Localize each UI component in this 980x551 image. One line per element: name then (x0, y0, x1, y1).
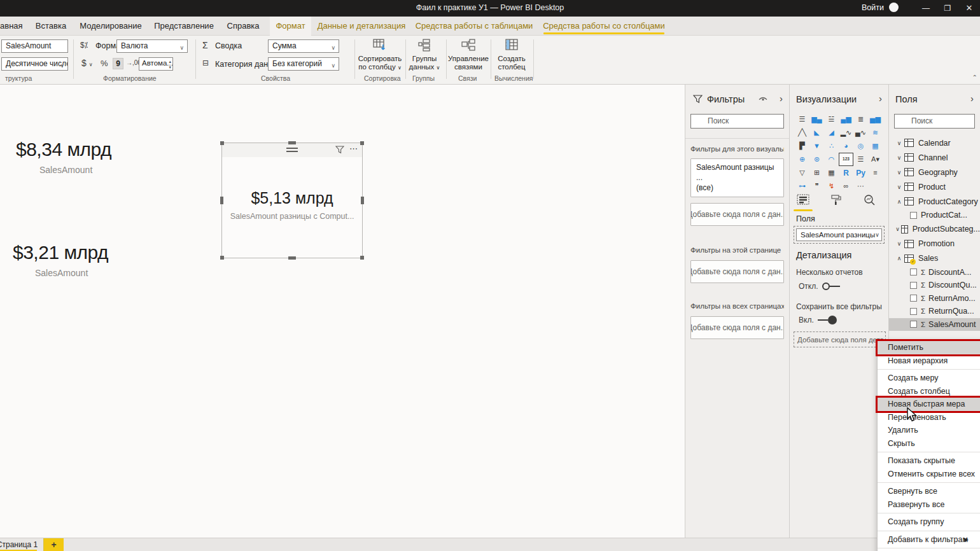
treemap-icon[interactable]: ▦ (868, 139, 883, 153)
multi-row-card-icon[interactable]: ☰ (853, 153, 868, 166)
expand-icon[interactable]: ∨ (894, 140, 904, 146)
field-checkbox[interactable] (910, 212, 917, 219)
thousands-separator-button[interactable]: 9 (113, 58, 123, 69)
menu-item-создать-меру[interactable]: Создать меру (878, 372, 980, 385)
drillthrough-drop-area[interactable]: Добавьте сюда поля дета (794, 331, 886, 347)
stacked-bar-chart-icon[interactable]: ☰ (795, 113, 809, 126)
filter-drop-area[interactable]: Добавьте сюда поля с дан... (690, 203, 784, 226)
resize-handle[interactable] (361, 197, 364, 204)
expand-icon[interactable]: ∨ (894, 155, 904, 161)
expand-icon[interactable]: ∨ (894, 169, 904, 176)
fields-search-input[interactable]: Поиск (894, 114, 975, 129)
waterfall-chart-icon[interactable]: ▛ (795, 139, 809, 153)
close-button[interactable]: ✕ (958, 0, 980, 17)
stacked-area-chart-icon[interactable]: ◢ (824, 126, 839, 139)
field-item-calendar[interactable]: ∨Calendar (889, 136, 980, 150)
visual-more-options[interactable]: ⋯ (349, 144, 358, 153)
table-icon[interactable]: ⊞ (809, 166, 824, 179)
expand-icon[interactable]: ∨ (894, 241, 904, 247)
ribbon-tab-9[interactable]: Средства работы со столбцами (540, 17, 668, 36)
filters-search-input[interactable]: Поиск (690, 114, 784, 129)
ribbon-chart-icon[interactable]: ≋ (868, 126, 883, 139)
qa-visual-icon[interactable]: ❞ (809, 179, 824, 193)
filter-card[interactable]: SalesAmount разницы ...(все) (690, 158, 784, 197)
menu-item-создать-столбец[interactable]: Создать столбец (878, 385, 980, 398)
stacked-column-chart-icon[interactable]: ▆▄ (809, 113, 824, 126)
menu-item-показать-скрытые[interactable]: Показать скрытые (878, 454, 980, 468)
field-item-discounta[interactable]: ΣDiscountA... (889, 266, 980, 279)
field-checkbox[interactable] (910, 282, 917, 289)
python-visual-icon[interactable]: Py (853, 166, 868, 179)
ribbon-tab-1[interactable]: авная (0, 17, 19, 36)
ribbon-tab-4[interactable]: Представление (153, 17, 215, 36)
field-checkbox[interactable] (910, 308, 917, 315)
r-script-visual-icon[interactable]: R (839, 166, 853, 179)
collapse-icon[interactable]: ∧ (894, 255, 904, 262)
ribbon-tab-7[interactable]: Данные и детализация (317, 17, 406, 36)
menu-item-удалить[interactable]: Удалить (878, 424, 980, 437)
filled-map-icon[interactable]: ⊛ (809, 153, 824, 166)
menu-item-отменить-скрытие-всех[interactable]: Отменить скрытие всех (878, 468, 980, 481)
menu-item-пометить[interactable]: Пометить (878, 341, 980, 354)
more-visuals-icon[interactable]: ⋯ (853, 179, 868, 193)
ribbon-tab-8[interactable]: Средства работы с таблицами (415, 17, 533, 36)
line-chart-icon[interactable]: ╱╲ (795, 126, 809, 139)
area-chart-icon[interactable]: ◣ (809, 126, 824, 139)
menu-item-развернуть-все[interactable]: Развернуть все (878, 498, 980, 512)
expand-icon[interactable]: ∨ (894, 184, 904, 190)
100-stacked-column-chart-icon[interactable]: ▅▆ (868, 113, 883, 126)
clustered-column-chart-icon[interactable]: ▄▆ (839, 113, 853, 126)
section-more-icon[interactable]: ⋯ (783, 246, 784, 255)
funnel-chart-icon[interactable]: ▼ (809, 139, 824, 153)
slicer-icon[interactable]: ▽ (795, 166, 809, 179)
resize-handle[interactable] (288, 256, 296, 260)
tab-fields[interactable] (795, 194, 811, 211)
report-canvas[interactable]: $8,34 млрд SalesAmount $3,21 млрд SalesA… (0, 85, 685, 538)
manage-relationships-button[interactable]: Управление связями (444, 38, 493, 71)
minimize-button[interactable]: — (915, 0, 937, 17)
resize-handle[interactable] (220, 197, 223, 204)
eye-icon[interactable] (759, 97, 767, 102)
resize-handle[interactable] (360, 141, 364, 145)
field-checkbox[interactable] (910, 321, 917, 328)
sort-by-column-button[interactable]: Сортировать по столбцу ∨ (356, 38, 404, 72)
field-item-discountqu[interactable]: ΣDiscountQu... (889, 279, 980, 292)
line-stacked-column-chart-icon[interactable]: ▂∿ (839, 126, 853, 139)
field-checkbox[interactable] (910, 269, 917, 276)
percent-button[interactable]: % (101, 59, 108, 68)
ribbon-tab-3[interactable]: Моделирование (78, 17, 144, 36)
page-tab-1[interactable]: Страница 1 (0, 538, 39, 551)
tab-format[interactable] (828, 194, 844, 211)
field-item-sales[interactable]: ∧✓Sales (889, 251, 980, 266)
selected-card-visual[interactable]: ⋯ $5,13 млрд SalesAmount разницы с Compu… (221, 143, 363, 258)
field-item-product[interactable]: ∨Product (889, 179, 980, 194)
summarize-dropdown[interactable]: Сумма∨ (268, 39, 339, 53)
paginated-report-icon[interactable]: ≡ (868, 166, 883, 179)
filter-drop-area[interactable]: Добавьте сюда поля с дан... (690, 316, 784, 339)
resize-handle[interactable] (220, 256, 224, 260)
resize-handle[interactable] (220, 141, 224, 145)
field-well-pill[interactable]: SalesAmount разницы ∨ ✕ (796, 228, 882, 241)
field-item-returnamo[interactable]: ΣReturnAmo... (889, 292, 980, 305)
key-influencers-icon[interactable]: ↯ (824, 179, 839, 193)
sign-in-button[interactable]: Войти (862, 3, 899, 12)
field-item-geography[interactable]: ∨Geography (889, 165, 980, 179)
collapse-visualizations-icon[interactable]: › (879, 93, 882, 104)
menu-item-свернуть-все[interactable]: Свернуть все (878, 485, 980, 498)
format-dropdown[interactable]: Валюта∨ (116, 39, 188, 53)
field-item-returnqua[interactable]: ΣReturnQua... (889, 305, 980, 318)
menu-item-добавить-к-фильтрам[interactable]: Добавить к фильтрам▶ (878, 533, 980, 547)
new-column-button[interactable]: Создать столбец (487, 38, 536, 71)
resize-handle[interactable] (288, 141, 296, 144)
expand-icon[interactable]: ∨ (894, 226, 901, 232)
drag-handle[interactable] (286, 148, 298, 154)
ribbon-tab-5[interactable]: Справка (224, 17, 262, 36)
line-clustered-column-chart-icon[interactable]: ▄∿ (853, 126, 868, 139)
field-item-productcat[interactable]: ProductCat... (889, 209, 980, 222)
tab-analytics[interactable] (861, 194, 878, 211)
arcgis-map-icon[interactable]: ∞ (839, 179, 853, 193)
visual-filter-icon[interactable] (335, 146, 344, 154)
decimal-count-spinner[interactable]: Автома...▴▾ (139, 57, 173, 71)
currency-button[interactable]: $ ∨ (81, 58, 93, 68)
add-page-button[interactable]: + (43, 538, 64, 551)
